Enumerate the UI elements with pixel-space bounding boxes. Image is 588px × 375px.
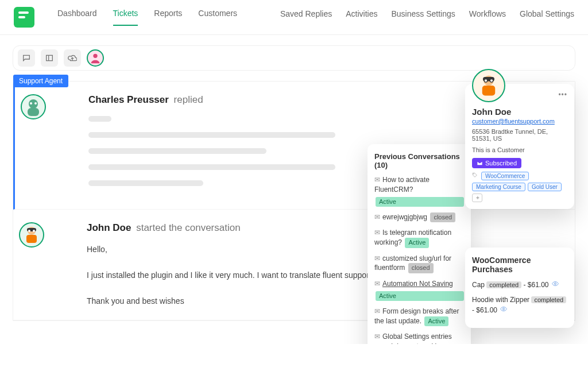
svg-point-11 bbox=[33, 230, 35, 232]
prev-conversation[interactable]: ✉Global Settings entries search bar not … bbox=[374, 332, 464, 344]
prev-conversation[interactable]: ✉Is telegram notification working? Activ… bbox=[374, 228, 464, 248]
order-status: completed bbox=[486, 281, 521, 288]
customer-avatar-small bbox=[19, 222, 44, 248]
woo-purchase: Cap completed - $61.00 bbox=[472, 280, 567, 290]
customer-email[interactable]: customer@fluentsupport.com bbox=[472, 118, 567, 125]
customer-avatar bbox=[472, 69, 505, 102]
assignee-avatar[interactable] bbox=[87, 49, 104, 67]
envelope-icon: ✉ bbox=[374, 229, 380, 237]
chat-icon[interactable] bbox=[18, 49, 35, 67]
woo-title: WooCommerce Purchases bbox=[472, 256, 567, 274]
nav-tickets[interactable]: Tickets bbox=[113, 9, 138, 26]
tag[interactable]: Marketing Course bbox=[472, 183, 525, 191]
prev-conversation[interactable]: ✉ewrejwgjgbjwg closed bbox=[374, 212, 464, 222]
envelope-icon: ✉ bbox=[374, 254, 380, 262]
svg-point-5 bbox=[30, 102, 32, 105]
status-badge: closed bbox=[430, 212, 455, 222]
panel-icon[interactable] bbox=[41, 49, 58, 67]
svg-rect-14 bbox=[482, 86, 496, 96]
prev-conversation[interactable]: ✉customized slug/url for fluentform clos… bbox=[374, 254, 464, 273]
status-badge: Active bbox=[424, 316, 448, 326]
svg-rect-0 bbox=[47, 55, 53, 60]
svg-point-15 bbox=[484, 79, 488, 83]
svg-point-16 bbox=[490, 79, 493, 83]
woo-purchase: Hoodie with Zipper completed - $61.00 bbox=[472, 295, 567, 315]
tag[interactable]: WooCommerce bbox=[481, 172, 529, 180]
customer-panel: ••• John Doe customer@fluentsupport.com … bbox=[465, 84, 574, 209]
nav-left: Dashboard Tickets Reports Customers bbox=[57, 9, 237, 26]
nav-reports[interactable]: Reports bbox=[154, 9, 182, 26]
customer-name: John Doe bbox=[472, 107, 567, 117]
more-icon[interactable]: ••• bbox=[558, 91, 567, 99]
eye-icon[interactable] bbox=[552, 281, 559, 289]
order-status: completed bbox=[531, 296, 566, 303]
envelope-icon: ✉ bbox=[374, 307, 380, 315]
envelope-icon: ✉ bbox=[374, 176, 380, 184]
subscribed-badge: Subscribed bbox=[472, 158, 521, 168]
top-nav: Dashboard Tickets Reports Customers Save… bbox=[0, 0, 588, 35]
prev-title: Previous Conversations (10) bbox=[374, 152, 464, 169]
cloud-upload-icon[interactable] bbox=[64, 49, 81, 67]
nav-right: Saved Replies Activities Business Settin… bbox=[280, 9, 574, 25]
nav-business-settings[interactable]: Business Settings bbox=[391, 9, 455, 25]
add-tag-button[interactable]: + bbox=[472, 194, 482, 202]
svg-point-19 bbox=[503, 308, 505, 310]
eye-icon[interactable] bbox=[500, 306, 507, 314]
svg-point-10 bbox=[28, 230, 30, 232]
customer-note: This is a Customer bbox=[472, 146, 567, 153]
nav-activities[interactable]: Activities bbox=[346, 9, 377, 25]
reply-action: replied bbox=[174, 94, 203, 105]
prev-conversation[interactable]: ✉Form design breaks after the last updat… bbox=[374, 307, 464, 326]
status-badge: Active bbox=[405, 238, 429, 248]
svg-point-2 bbox=[93, 54, 97, 58]
app-logo bbox=[14, 7, 34, 28]
nav-saved-replies[interactable]: Saved Replies bbox=[280, 9, 332, 25]
woocommerce-panel: WooCommerce Purchases Cap completed - $6… bbox=[465, 248, 574, 328]
status-badge: Active bbox=[376, 197, 464, 207]
previous-conversations-panel: Previous Conversations (10) ✉How to acti… bbox=[368, 144, 471, 344]
status-badge: closed bbox=[408, 263, 434, 273]
status-badge: Active bbox=[376, 291, 464, 301]
svg-rect-4 bbox=[28, 108, 39, 116]
start-action: started the conversation bbox=[136, 222, 240, 233]
envelope-icon: ✉ bbox=[374, 213, 380, 221]
envelope-icon: ✉ bbox=[374, 280, 380, 288]
envelope-icon: ✉ bbox=[374, 333, 380, 341]
svg-point-17 bbox=[474, 174, 474, 175]
nav-workflows[interactable]: Workflows bbox=[469, 9, 506, 25]
nav-customers[interactable]: Customers bbox=[198, 9, 237, 26]
nav-dashboard[interactable]: Dashboard bbox=[57, 9, 97, 26]
reply-author: Charles Preusser bbox=[88, 94, 169, 105]
ticket-toolbar bbox=[13, 45, 575, 71]
svg-point-18 bbox=[554, 283, 556, 285]
prev-conversation[interactable]: ✉How to activate FluentCRM? Active bbox=[374, 175, 464, 207]
svg-rect-9 bbox=[26, 235, 37, 243]
nav-global-settings[interactable]: Global Settings bbox=[520, 9, 574, 25]
svg-point-6 bbox=[34, 102, 37, 105]
prev-conversation[interactable]: ✉Automation Not Saving Active bbox=[374, 279, 464, 301]
customer-tags: WooCommerce Marketing Course Gold User + bbox=[472, 172, 567, 202]
customer-address: 65536 Bradtke Tunnel, DE, 51531, US bbox=[472, 128, 567, 142]
start-author: John Doe bbox=[87, 222, 131, 233]
tag[interactable]: Gold User bbox=[528, 183, 562, 191]
tag-icon bbox=[472, 172, 478, 180]
agent-avatar bbox=[21, 94, 46, 119]
